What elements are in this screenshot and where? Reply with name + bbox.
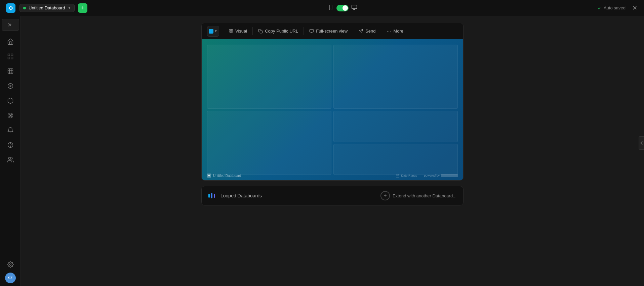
dashboard-toolbar: ▼ Visual Copy Public URL Full-screen vie… bbox=[202, 23, 463, 39]
svg-rect-9 bbox=[8, 57, 10, 59]
grid-cell-bl bbox=[207, 111, 331, 175]
send-label: Send bbox=[365, 29, 375, 34]
looped-icon bbox=[208, 193, 215, 198]
svg-point-19 bbox=[8, 157, 11, 160]
main-layout: SZ ▼ Visual Copy Public URL bbox=[0, 16, 644, 286]
svg-point-12 bbox=[8, 84, 13, 89]
sidebar-item-settings[interactable] bbox=[4, 258, 17, 271]
title-box[interactable]: Untitled Databoard ▼ bbox=[19, 4, 75, 12]
separator bbox=[252, 27, 253, 35]
sidebar-item-chart[interactable] bbox=[4, 64, 17, 78]
visual-label: Visual bbox=[235, 29, 247, 34]
preview-databoard-name: Untitled Databoard bbox=[213, 174, 241, 178]
plus-circle-icon: + bbox=[380, 191, 390, 200]
visual-button[interactable]: Visual bbox=[225, 27, 251, 36]
powered-by-label: powered by bbox=[424, 174, 440, 177]
dashboard-preview: Untitled Databoard Date Range powered by bbox=[202, 39, 463, 180]
content-area: ▼ Visual Copy Public URL Full-screen vie… bbox=[21, 16, 644, 286]
svg-point-31 bbox=[388, 31, 388, 31]
date-range-label: Date Range bbox=[401, 174, 417, 177]
svg-point-32 bbox=[389, 31, 389, 31]
bar-1 bbox=[208, 194, 210, 198]
extend-label: Extend with another Databoard... bbox=[393, 193, 456, 198]
copy-url-button[interactable]: Copy Public URL bbox=[254, 27, 302, 36]
svg-rect-23 bbox=[229, 32, 231, 33]
sidebar-item-bell[interactable] bbox=[4, 124, 17, 137]
grid-cell-tl bbox=[207, 45, 331, 109]
topbar-center bbox=[328, 4, 357, 12]
sidebar-item-package[interactable] bbox=[4, 94, 17, 107]
svg-rect-11 bbox=[8, 69, 13, 74]
preview-footer-right: Date Range powered by bbox=[396, 174, 458, 178]
sidebar-item-help[interactable] bbox=[4, 138, 17, 152]
separator-4 bbox=[381, 27, 381, 35]
sub-cell-top bbox=[333, 111, 458, 142]
bar-2 bbox=[211, 193, 212, 198]
topbar: Untitled Databoard ▼ + bbox=[0, 0, 644, 16]
right-panel-toggle[interactable] bbox=[639, 136, 644, 150]
grid-cell-br bbox=[333, 111, 458, 175]
view-toggle[interactable] bbox=[336, 5, 349, 11]
bar-3 bbox=[214, 194, 215, 198]
dashboard-card: ▼ Visual Copy Public URL Full-screen vie… bbox=[201, 23, 464, 181]
svg-rect-26 bbox=[310, 29, 314, 32]
sidebar-bottom: SZ bbox=[4, 258, 17, 283]
sidebar-item-play[interactable] bbox=[4, 79, 17, 93]
looped-databoards-card: Looped Databoards + Extend with another … bbox=[201, 186, 464, 205]
svg-rect-8 bbox=[11, 54, 13, 56]
check-icon: ✓ bbox=[598, 5, 602, 11]
grid-cell-tr bbox=[333, 45, 458, 109]
svg-rect-21 bbox=[229, 29, 231, 31]
sidebar: SZ bbox=[0, 16, 21, 286]
sidebar-item-team[interactable] bbox=[4, 153, 17, 166]
svg-rect-22 bbox=[231, 29, 233, 31]
auto-saved-indicator: ✓ Auto saved bbox=[598, 5, 626, 11]
extend-button[interactable]: + Extend with another Databoard... bbox=[380, 191, 456, 200]
sidebar-item-home[interactable] bbox=[4, 35, 17, 48]
mobile-icon bbox=[328, 4, 334, 12]
sub-cell-bottom bbox=[333, 144, 458, 175]
sidebar-item-target[interactable] bbox=[4, 109, 17, 122]
svg-rect-25 bbox=[260, 31, 263, 33]
title-chevron-icon: ▼ bbox=[68, 6, 71, 10]
color-swatch bbox=[209, 29, 213, 34]
separator-2 bbox=[304, 27, 304, 35]
svg-marker-13 bbox=[10, 85, 11, 87]
svg-rect-7 bbox=[8, 54, 10, 56]
preview-footer: Untitled Databoard Date Range powered by bbox=[207, 174, 458, 178]
sidebar-item-grid[interactable] bbox=[4, 50, 17, 63]
databoard-title: Untitled Databoard bbox=[29, 5, 65, 10]
color-picker-button[interactable]: ▼ bbox=[207, 26, 219, 37]
svg-point-16 bbox=[10, 115, 11, 116]
svg-rect-24 bbox=[231, 32, 233, 33]
status-dot bbox=[23, 7, 26, 9]
topbar-right: ✓ Auto saved ✕ bbox=[598, 3, 639, 13]
powered-by-logo bbox=[441, 174, 458, 177]
fullscreen-button[interactable]: Full-screen view bbox=[305, 27, 352, 36]
close-button[interactable]: ✕ bbox=[631, 3, 639, 13]
looped-label: Looped Databoards bbox=[220, 193, 262, 198]
topbar-left: Untitled Databoard ▼ + bbox=[5, 3, 87, 13]
svg-point-33 bbox=[390, 31, 391, 31]
separator-3 bbox=[353, 27, 353, 35]
svg-point-15 bbox=[9, 114, 11, 117]
svg-point-1 bbox=[10, 7, 12, 9]
copy-url-label: Copy Public URL bbox=[265, 29, 298, 34]
sidebar-expand-button[interactable] bbox=[2, 19, 19, 31]
more-button[interactable]: More bbox=[383, 27, 407, 36]
add-button[interactable]: + bbox=[78, 3, 87, 13]
svg-point-14 bbox=[8, 113, 13, 118]
svg-rect-10 bbox=[11, 57, 13, 59]
desktop-icon bbox=[351, 4, 357, 12]
svg-rect-35 bbox=[396, 174, 399, 177]
avatar[interactable]: SZ bbox=[5, 273, 16, 283]
svg-point-20 bbox=[9, 264, 11, 266]
send-button[interactable]: Send bbox=[355, 27, 379, 36]
preview-grid bbox=[207, 45, 458, 175]
svg-rect-4 bbox=[352, 5, 357, 9]
app-logo bbox=[5, 3, 16, 13]
toggle-knob bbox=[343, 5, 348, 11]
svg-point-17 bbox=[8, 143, 13, 148]
fullscreen-label: Full-screen view bbox=[316, 29, 348, 34]
preview-footer-left: Untitled Databoard bbox=[207, 174, 241, 178]
